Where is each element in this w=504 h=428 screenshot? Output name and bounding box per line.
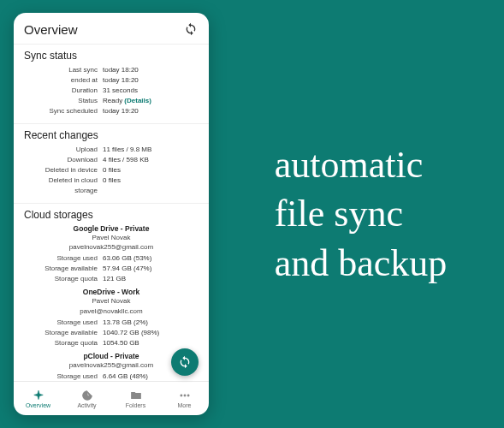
row-ended-at: ended at today 18:20 [24,75,199,86]
label-deleted-cloud: Deleted in cloud storage [24,175,103,196]
value-ended-at: today 18:20 [103,75,199,86]
value-status: Ready (Details) [103,96,199,106]
nav-more[interactable]: More [160,382,209,415]
row-storage-available: Storage available1040.72 GB (98%) [24,328,199,338]
label-storage-available: Storage available [24,328,103,338]
label-upload: Upload [24,145,103,155]
content-scroll[interactable]: Sync status Last sync today 18:20 ended … [14,45,209,381]
cloud-account-user: Pavel Novak [24,296,199,306]
app-header: Overview [14,13,209,45]
svg-point-0 [180,394,181,395]
sync-button[interactable] [183,21,199,37]
row-status: Status Ready (Details) [24,96,199,106]
value-storage-available: 57.94 GB (47%) [103,264,199,274]
nav-activity-label: Activity [77,402,96,408]
row-duration: Duration 31 seconds [24,86,199,96]
marketing-line-1: automatic [275,140,448,189]
label-status: Status [24,96,103,106]
value-download: 4 files / 598 KB [103,155,199,165]
nav-activity[interactable]: Activity [62,382,111,415]
cloud-account-email: pavel@novakllc.com [24,306,199,316]
section-sync-status: Sync status Last sync today 18:20 ended … [14,45,209,124]
row-storage-available: Storage available57.94 GB (47%) [24,264,199,274]
phone-frame: Overview Sync status Last sync today 18:… [14,13,209,415]
label-storage-used: Storage used [24,253,103,264]
row-storage-used: Storage used13.78 GB (2%) [24,318,199,328]
cloud-account-name: OneDrive - Work [24,288,199,296]
sync-icon [178,355,192,369]
section-title-recent-changes: Recent changes [24,129,199,141]
cloud-account[interactable]: Google Drive - PrivatePavel Novakpavelno… [24,224,199,284]
svg-point-2 [187,394,188,395]
value-upload: 11 files / 9.8 MB [103,145,199,155]
label-storage-used: Storage used [24,372,103,381]
section-title-cloud-storages: Cloud storages [24,209,199,221]
row-upload: Upload 11 files / 9.8 MB [24,145,199,155]
row-storage-used: Storage used6.64 GB (48%) [24,372,199,381]
nav-overview-label: Overview [26,402,50,408]
value-storage-quota: 1054.50 GB [103,338,199,348]
label-download: Download [24,155,103,165]
value-storage-used: 13.78 GB (2%) [103,318,199,328]
label-deleted-device: Deleted in device [24,165,103,175]
marketing-text: automatic file sync and backup [275,140,448,288]
label-storage-quota: Storage quota [24,274,103,284]
cloud-account[interactable]: OneDrive - WorkPavel Novakpavel@novakllc… [24,288,199,348]
marketing-panel: automatic file sync and backup [209,140,504,288]
row-storage-quota: Storage quota121 GB [24,274,199,284]
nav-more-label: More [178,402,192,408]
label-scheduled: Sync scheduled [24,106,103,116]
section-recent-changes: Recent changes Upload 11 files / 9.8 MB … [14,124,209,204]
fab-sync-button[interactable] [171,348,199,376]
value-deleted-cloud: 0 files [103,175,199,196]
row-download: Download 4 files / 598 KB [24,155,199,165]
row-deleted-device: Deleted in device 0 files [24,165,199,175]
more-icon [179,389,191,401]
page-title: Overview [24,22,78,37]
label-storage-used: Storage used [24,318,103,328]
label-last-sync: Last sync [24,65,103,75]
marketing-line-3: and backup [275,239,448,288]
folder-icon [130,389,142,401]
value-storage-available: 1040.72 GB (98%) [103,328,199,338]
row-deleted-cloud: Deleted in cloud storage 0 files [24,175,199,196]
svg-point-1 [183,394,185,395]
details-link[interactable]: (Details) [124,97,151,104]
status-text: Ready [103,97,122,104]
value-storage-quota: 121 GB [103,274,199,284]
label-storage-quota: Storage quota [24,338,103,348]
cloud-account-user: Pavel Novak [24,233,199,242]
label-duration: Duration [24,86,103,96]
row-scheduled: Sync scheduled today 19:20 [24,106,199,116]
cloud-account-name: Google Drive - Private [24,224,199,233]
value-storage-used: 63.06 GB (53%) [103,253,199,264]
row-last-sync: Last sync today 18:20 [24,65,199,75]
nav-folders[interactable]: Folders [111,382,160,415]
history-icon [81,389,93,401]
value-duration: 31 seconds [103,86,199,96]
value-scheduled: today 19:20 [103,106,199,116]
marketing-line-2: file sync [275,189,448,238]
row-storage-quota: Storage quota1054.50 GB [24,338,199,348]
value-last-sync: today 18:20 [103,65,199,75]
bottom-nav: Overview Activity Folders More [14,381,209,415]
sparkle-icon [33,389,44,401]
nav-overview[interactable]: Overview [14,382,62,415]
row-storage-used: Storage used63.06 GB (53%) [24,253,199,264]
nav-folders-label: Folders [126,402,145,408]
sync-icon [184,22,198,36]
value-deleted-device: 0 files [103,165,199,175]
label-storage-available: Storage available [24,264,103,274]
cloud-account-email: pavelnovak255@gmail.com [24,242,199,252]
section-title-sync-status: Sync status [24,50,199,62]
label-ended-at: ended at [24,75,103,86]
